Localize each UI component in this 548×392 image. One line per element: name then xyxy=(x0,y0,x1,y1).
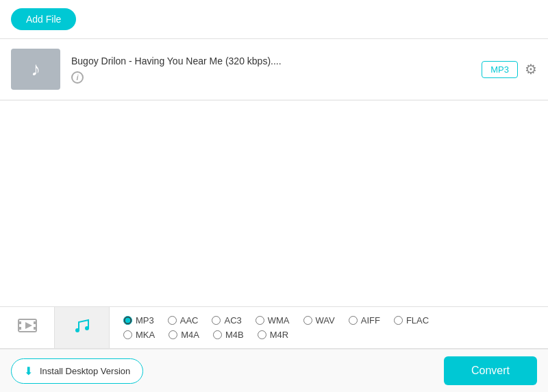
file-item: ♪ Bugoy Drilon - Having You Near Me (320… xyxy=(0,39,548,100)
svg-point-6 xyxy=(75,328,79,332)
format-ac3[interactable]: AC3 xyxy=(212,315,241,326)
format-m4r[interactable]: M4R xyxy=(258,330,288,340)
settings-icon[interactable]: ⚙ xyxy=(525,61,537,77)
download-icon: ⬇ xyxy=(24,365,33,378)
file-actions: MP3 ⚙ xyxy=(482,61,537,78)
tab-video[interactable] xyxy=(0,307,55,348)
audio-tab-icon xyxy=(72,315,92,341)
file-name: Bugoy Drilon - Having You Near Me (320 k… xyxy=(71,56,482,66)
format-m4a[interactable]: M4A xyxy=(169,330,199,340)
svg-rect-1 xyxy=(18,321,21,324)
format-m4b[interactable]: M4B xyxy=(213,330,244,340)
format-tabs: MP3 AAC AC3 WMA WAV AIFF F xyxy=(0,307,548,349)
content-area xyxy=(0,101,548,306)
music-note-icon: ♪ xyxy=(31,58,40,80)
file-info: Bugoy Drilon - Having You Near Me (320 k… xyxy=(71,56,482,84)
format-row-1: MP3 AAC AC3 WMA WAV AIFF F xyxy=(123,315,534,326)
install-desktop-button[interactable]: ⬇ Install Desktop Version xyxy=(11,358,143,384)
format-aiff[interactable]: AIFF xyxy=(349,315,380,326)
format-aac[interactable]: AAC xyxy=(168,315,199,326)
format-badge[interactable]: MP3 xyxy=(482,61,518,78)
format-mka[interactable]: MKA xyxy=(123,330,155,340)
file-list: ♪ Bugoy Drilon - Having You Near Me (320… xyxy=(0,39,548,101)
file-thumbnail: ♪ xyxy=(11,49,60,90)
tab-audio[interactable] xyxy=(55,307,110,348)
format-row-2: MKA M4A M4B M4R xyxy=(123,330,534,340)
svg-marker-5 xyxy=(25,322,32,329)
format-wma[interactable]: WMA xyxy=(256,315,290,326)
svg-rect-4 xyxy=(34,327,36,330)
format-wav[interactable]: WAV xyxy=(303,315,335,326)
format-options: MP3 AAC AC3 WMA WAV AIFF F xyxy=(110,310,548,345)
bottom-panel: MP3 AAC AC3 WMA WAV AIFF F xyxy=(0,306,548,392)
svg-rect-3 xyxy=(34,321,36,324)
action-bar: ⬇ Install Desktop Version Convert xyxy=(0,349,548,392)
convert-button[interactable]: Convert xyxy=(444,356,537,385)
format-mp3[interactable]: MP3 xyxy=(123,315,154,326)
svg-point-7 xyxy=(85,326,89,330)
info-icon[interactable]: i xyxy=(71,71,84,84)
video-tab-icon xyxy=(17,315,38,341)
install-label: Install Desktop Version xyxy=(40,366,130,376)
svg-rect-2 xyxy=(18,327,21,330)
format-flac[interactable]: FLAC xyxy=(394,315,429,326)
add-file-button[interactable]: Add File xyxy=(11,8,76,30)
top-bar: Add File xyxy=(0,0,548,39)
